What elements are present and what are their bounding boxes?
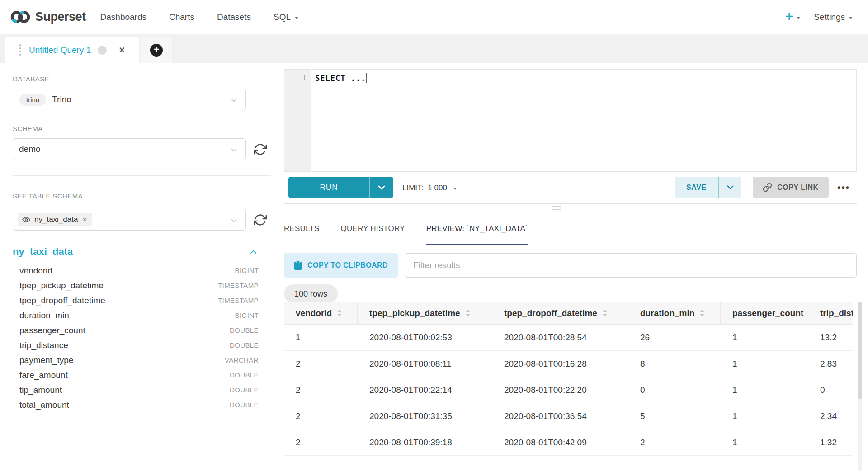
nav-item-charts[interactable]: Charts (169, 12, 194, 22)
chevron-down-icon (231, 148, 237, 152)
table-cell: 1 (721, 403, 808, 429)
superset-logo-icon[interactable] (10, 10, 31, 24)
table-cell: 26 (628, 325, 721, 350)
table-cell: 1 (721, 325, 808, 350)
add-tab-button[interactable]: + (150, 44, 163, 57)
table-row: 22020-08-01T00:31:352020-08-01T00:36:545… (284, 403, 853, 429)
column-name: vendorid (19, 266, 52, 276)
scrollbar-thumb[interactable] (858, 302, 862, 399)
query-tab-active[interactable]: Untitled Query 1 ✕ (5, 37, 139, 63)
table-cell: 0 (628, 377, 721, 403)
collapse-table-icon[interactable] (248, 248, 259, 256)
schema-column-trip-distance: trip_distanceDOUBLE (13, 338, 259, 353)
table-cell: 1 (721, 429, 808, 455)
copy-link-button[interactable]: COPY LINK (753, 177, 829, 198)
nav-item-datasets[interactable]: Datasets (217, 12, 251, 22)
column-header-trip-distance[interactable]: trip_distance (808, 302, 853, 324)
table-columns-list: vendoridBIGINTtpep_pickup_datetimeTIMEST… (13, 263, 259, 412)
column-name: tpep_dropoff_datetime (19, 296, 105, 306)
table-cell: 2020-08-01T00:31:35 (358, 403, 492, 429)
query-tab-title[interactable]: Untitled Query 1 (29, 45, 91, 55)
tab-drag-handle-icon[interactable] (19, 44, 21, 56)
save-button[interactable]: SAVE (675, 177, 741, 198)
new-item-menu[interactable]: + (785, 11, 800, 23)
pane-resize-handle[interactable] (552, 206, 561, 212)
brand-title[interactable]: Superset (35, 10, 86, 24)
save-options-button[interactable] (719, 177, 741, 198)
app-header: Superset DashboardsChartsDatasetsSQL + S… (0, 0, 868, 34)
link-icon (763, 183, 772, 192)
results-scrollbar[interactable] (858, 302, 862, 471)
schema-column-total-amount: total_amountDOUBLE (13, 397, 259, 412)
sql-lab-sidebar: DATABASE trino Trino SCHEMA demo SEE TAB… (5, 63, 277, 471)
limit-dropdown[interactable]: LIMIT: 1 000 (402, 172, 457, 204)
column-type: TIMESTAMP (218, 282, 259, 289)
column-name: tpep_pickup_datetime (19, 281, 104, 291)
column-type: TIMESTAMP (218, 297, 259, 304)
table-cell: 8 (628, 351, 721, 377)
column-header-label: passenger_count (732, 308, 803, 318)
database-select[interactable]: trino Trino (13, 89, 246, 110)
caret-down-icon (797, 17, 800, 19)
plus-icon: + (785, 10, 793, 23)
refresh-tables-icon[interactable] (254, 213, 267, 226)
nav-item-label: Datasets (217, 12, 251, 22)
settings-label: Settings (814, 12, 845, 22)
table-row: 22020-08-01T00:22:142020-08-01T00:22:200… (284, 377, 853, 403)
table-select[interactable]: ny_taxi_data ✕ (13, 209, 246, 231)
table-cell: 2020-08-01T00:42:09 (492, 429, 628, 455)
table-cell: 2020-08-01T00:36:54 (492, 403, 628, 429)
copy-link-label: COPY LINK (777, 184, 818, 192)
settings-menu[interactable]: Settings (814, 12, 853, 22)
table-cell: 13.2 (808, 325, 853, 350)
line-number: 1 (284, 73, 307, 82)
results-tab-results[interactable]: RESULTS (284, 212, 320, 245)
editor-gutter: 1 (284, 70, 311, 171)
sort-icon[interactable] (466, 310, 470, 316)
remove-table-icon[interactable]: ✕ (82, 216, 87, 223)
run-button-label[interactable]: RUN (288, 177, 370, 198)
schema-select[interactable]: demo (13, 138, 246, 160)
column-type: VARCHAR (225, 356, 259, 364)
table-schema-title[interactable]: ny_taxi_data (13, 246, 73, 258)
table-cell: 2020-08-01T00:16:28 (492, 351, 628, 377)
filter-results-input[interactable] (405, 253, 857, 278)
sidebar-divider (13, 175, 271, 176)
column-header-passenger-count[interactable]: passenger_count (721, 302, 808, 324)
selected-table-tag[interactable]: ny_taxi_data ✕ (18, 213, 92, 226)
editor-print-margin (576, 70, 576, 171)
column-header-tpep-dropoff-datetime[interactable]: tpep_dropoff_datetime (492, 302, 628, 324)
column-header-label: trip_distance (820, 308, 853, 318)
sql-editor[interactable]: 1 SELECT ... (284, 69, 857, 172)
sort-icon[interactable] (337, 310, 342, 316)
nav-item-dashboards[interactable]: Dashboards (100, 12, 146, 22)
run-options-button[interactable] (370, 177, 393, 198)
results-tab-preview-ny-taxi-data[interactable]: PREVIEW: `NY_TAXI_DATA` (426, 212, 528, 245)
run-button[interactable]: RUN (288, 177, 393, 198)
more-actions-button[interactable]: ••• (837, 177, 850, 198)
close-tab-icon[interactable]: ✕ (118, 45, 125, 55)
column-header-label: tpep_dropoff_datetime (504, 308, 597, 318)
query-tab-bar: Untitled Query 1 ✕ + (0, 34, 868, 63)
results-tab-query-history[interactable]: QUERY HISTORY (341, 212, 405, 245)
table-cell: 2 (284, 377, 358, 403)
chevron-down-icon (231, 99, 237, 102)
column-header-vendorid[interactable]: vendorid (284, 302, 358, 324)
column-type: DOUBLE (230, 386, 259, 394)
nav-item-sql[interactable]: SQL (274, 12, 298, 22)
sort-icon[interactable] (700, 310, 704, 316)
database-engine-pill: trino (19, 94, 46, 106)
schema-column-passenger-count: passenger_countDOUBLE (13, 323, 259, 338)
column-name: trip_distance (19, 340, 68, 350)
caret-down-icon (453, 188, 457, 190)
schema-column-tip-amount: tip_amountDOUBLE (13, 382, 259, 397)
table-row: 22020-08-01T00:39:182020-08-01T00:42:092… (284, 429, 853, 456)
column-header-duration-min[interactable]: duration_min (628, 302, 721, 324)
sort-icon[interactable] (603, 310, 607, 316)
save-button-label[interactable]: SAVE (675, 177, 719, 198)
column-name: passenger_count (19, 325, 85, 335)
column-header-tpep-pickup-datetime[interactable]: tpep_pickup_datetime (358, 302, 492, 324)
refresh-schemas-icon[interactable] (254, 143, 267, 156)
sql-code-line[interactable]: SELECT ... (315, 73, 367, 83)
copy-to-clipboard-button[interactable]: COPY TO CLIPBOARD (284, 253, 398, 278)
